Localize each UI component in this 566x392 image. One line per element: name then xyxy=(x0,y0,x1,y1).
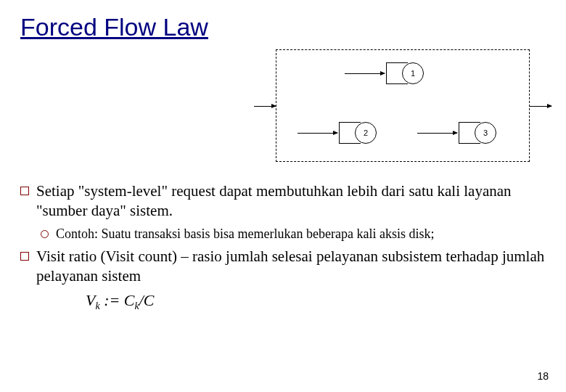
queue-node-1: 1 xyxy=(386,62,424,84)
bullet-text: Setiap "system-level" request dapat memb… xyxy=(36,181,546,221)
arrow-node-2 xyxy=(298,133,337,134)
node-1-label: 1 xyxy=(402,62,424,84)
sub-bullet-item: Contoh: Suatu transaksi basis bisa memer… xyxy=(20,226,546,242)
sub-bullet-text: Contoh: Suatu transaksi basis bisa memer… xyxy=(56,226,434,242)
system-diagram: 1 2 3 xyxy=(276,49,530,162)
bullet-item: Visit ratio (Visit count) – rasio jumlah… xyxy=(20,247,546,287)
bullet-text: Visit ratio (Visit count) – rasio jumlah… xyxy=(36,247,546,287)
arrow-node-1 xyxy=(345,73,385,74)
node-3-label: 3 xyxy=(475,122,496,144)
bullet-item: Setiap "system-level" request dapat memb… xyxy=(20,181,546,221)
circle-bullet-icon xyxy=(41,230,49,238)
formula: Vk := Ck/C xyxy=(86,291,546,312)
square-bullet-icon xyxy=(20,252,29,261)
node-2-label: 2 xyxy=(355,122,377,144)
square-bullet-icon xyxy=(20,187,29,195)
queue-node-2: 2 xyxy=(339,122,377,144)
slide-content: Setiap "system-level" request dapat memb… xyxy=(20,181,546,312)
arrow-system-out xyxy=(530,106,551,107)
arrow-system-in xyxy=(254,106,276,107)
slide-title: Forced Flow Law xyxy=(20,13,546,41)
queue-node-3: 3 xyxy=(459,122,496,144)
arrow-node-3 xyxy=(417,133,457,134)
page-number: 18 xyxy=(537,370,549,382)
